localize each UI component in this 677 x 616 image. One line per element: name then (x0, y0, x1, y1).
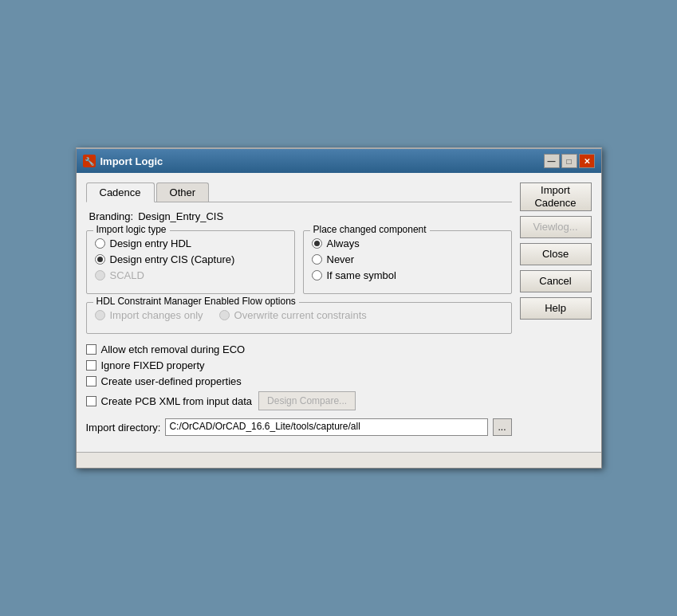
import-dir-input[interactable]: C:/OrCAD/OrCAD_16.6_Lite/tools/capture/a… (165, 418, 487, 436)
radio-always-label: Always (327, 237, 360, 249)
radio-same-symbol[interactable]: If same symbol (312, 269, 503, 281)
radio-never-label: Never (327, 253, 355, 265)
radio-never-input[interactable] (312, 254, 322, 265)
place-changed-title: Place changed component (310, 224, 430, 235)
import-dir-row: Import directory: C:/OrCAD/OrCAD_16.6_Li… (86, 418, 512, 436)
radio-hdl-input[interactable] (95, 238, 105, 249)
branding-value: Design_Entry_CIS (138, 210, 223, 222)
browse-button[interactable]: ... (493, 418, 512, 436)
hdl-options: Import changes only Overwrite current co… (95, 309, 503, 325)
radio-cis-label: Design entry CIS (Capture) (110, 253, 235, 265)
radio-hdl[interactable]: Design entry HDL (95, 237, 286, 249)
minimize-button[interactable]: — (544, 154, 560, 168)
checkbox-allow-etch[interactable]: Allow etch removal during ECO (86, 343, 512, 355)
checkbox-ignore-fixed-input[interactable] (86, 360, 96, 371)
checkbox-create-pcb-input[interactable] (86, 396, 96, 406)
tab-bar: Cadence Other (86, 182, 512, 202)
import-dir-label: Import directory: (86, 422, 161, 434)
cancel-button[interactable]: Cancel (520, 270, 592, 292)
hdl-constraint-group: HDL Constraint Manager Enabled Flow opti… (86, 302, 512, 334)
help-button[interactable]: Help (520, 297, 592, 320)
checkbox-create-user-input[interactable] (86, 376, 96, 386)
radio-hdl-label: Design entry HDL (110, 237, 192, 249)
import-cadence-button[interactable]: Import Cadence (520, 182, 592, 211)
checkbox-ignore-fixed-label: Ignore FIXED property (101, 359, 205, 371)
import-logic-type-title: Import logic type (93, 224, 170, 235)
radio-cis[interactable]: Design entry CIS (Capture) (95, 253, 286, 265)
tab-cadence[interactable]: Cadence (86, 182, 155, 202)
place-changed-group: Place changed component Always Never If … (303, 230, 512, 294)
titlebar-controls: — □ ✕ (544, 154, 595, 168)
radio-same-symbol-label: If same symbol (327, 269, 396, 281)
checkbox-create-pcb[interactable]: Create PCB XML from input data (86, 395, 253, 407)
radio-overwrite: Overwrite current constraints (219, 309, 367, 321)
branding-label: Branding: (89, 210, 134, 222)
radio-same-symbol-input[interactable] (312, 270, 322, 281)
maximize-button[interactable]: □ (561, 154, 577, 168)
main-window: 🔧 Import Logic — □ ✕ Cadence Other Brand… (76, 147, 602, 469)
statusbar (77, 452, 601, 468)
checkbox-allow-etch-input[interactable] (86, 344, 96, 355)
checkbox-create-pcb-label: Create PCB XML from input data (101, 395, 253, 407)
main-panel: Cadence Other Branding: Design_Entry_CIS… (86, 182, 512, 442)
radio-cis-input[interactable] (95, 254, 105, 265)
radio-import-changes: Import changes only (95, 309, 203, 321)
titlebar: 🔧 Import Logic — □ ✕ (77, 149, 601, 173)
radio-scald-label: SCALD (110, 269, 144, 281)
checkboxes-section: Allow etch removal during ECO Ignore FIX… (86, 343, 512, 410)
checkbox-allow-etch-label: Allow etch removal during ECO (101, 343, 246, 355)
radio-overwrite-label: Overwrite current constraints (234, 309, 367, 321)
pcb-row: Create PCB XML from input data Design Co… (86, 391, 512, 410)
radio-import-changes-input (95, 310, 105, 320)
radio-scald-input (95, 270, 105, 281)
checkbox-ignore-fixed[interactable]: Ignore FIXED property (86, 359, 512, 371)
close-dialog-button[interactable]: Close (520, 243, 592, 265)
window-title: Import Logic (100, 155, 163, 167)
titlebar-left: 🔧 Import Logic (83, 155, 163, 167)
checkbox-create-user-label: Create user-defined properties (101, 375, 242, 387)
radio-never[interactable]: Never (312, 253, 503, 265)
close-button[interactable]: ✕ (579, 154, 595, 168)
checkbox-create-user[interactable]: Create user-defined properties (86, 375, 512, 387)
radio-import-changes-label: Import changes only (110, 309, 203, 321)
app-icon: 🔧 (83, 155, 96, 167)
hdl-constraint-title: HDL Constraint Manager Enabled Flow opti… (93, 296, 299, 307)
side-panel: Import Cadence Viewlog... Close Cancel H… (520, 182, 592, 442)
import-logic-type-group: Import logic type Design entry HDL Desig… (86, 230, 295, 294)
type-and-place-groups: Import logic type Design entry HDL Desig… (86, 230, 512, 302)
viewlog-button: Viewlog... (520, 216, 592, 238)
radio-always-input[interactable] (312, 238, 322, 249)
design-compare-button: Design Compare... (258, 391, 356, 410)
dialog-content: Cadence Other Branding: Design_Entry_CIS… (77, 173, 601, 452)
tab-other[interactable]: Other (156, 182, 210, 202)
radio-scald: SCALD (95, 269, 286, 281)
radio-always[interactable]: Always (312, 237, 503, 249)
branding-row: Branding: Design_Entry_CIS (86, 210, 512, 222)
radio-overwrite-input (219, 310, 230, 320)
